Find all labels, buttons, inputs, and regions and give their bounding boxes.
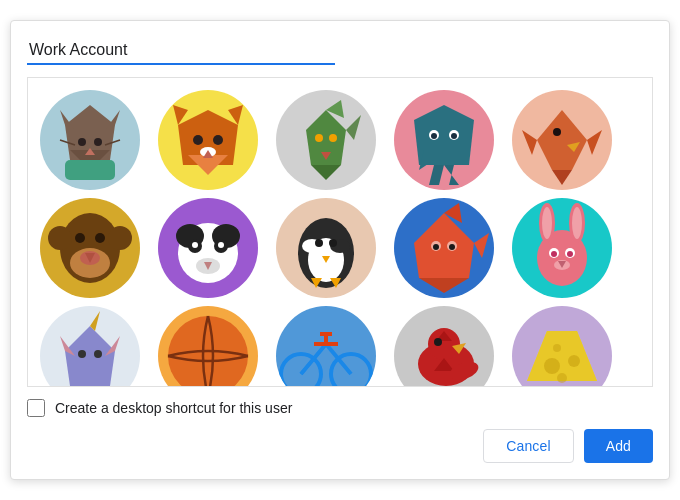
svg-marker-19 [346, 115, 361, 140]
svg-point-5 [94, 138, 102, 146]
avatar-grid [28, 78, 652, 386]
avatar-cardinal[interactable] [394, 306, 494, 386]
avatar-monkey[interactable] [40, 198, 140, 298]
avatar-basketball[interactable] [158, 306, 258, 386]
svg-point-4 [78, 138, 86, 146]
desktop-shortcut-checkbox[interactable] [27, 399, 45, 417]
svg-marker-21 [311, 165, 341, 180]
svg-point-77 [572, 207, 582, 239]
avatar-fox[interactable] [158, 90, 258, 190]
svg-marker-65 [414, 213, 474, 278]
svg-marker-84 [65, 326, 115, 386]
svg-marker-35 [522, 130, 537, 155]
svg-point-60 [315, 239, 323, 247]
svg-point-37 [553, 128, 561, 136]
svg-point-71 [433, 244, 439, 250]
desktop-shortcut-row: Create a desktop shortcut for this user [27, 399, 653, 417]
cancel-button[interactable]: Cancel [483, 429, 573, 463]
svg-marker-33 [537, 110, 587, 170]
svg-marker-27 [444, 165, 459, 185]
svg-marker-67 [474, 233, 489, 258]
svg-point-110 [568, 355, 580, 367]
username-input[interactable] [27, 37, 335, 65]
svg-point-31 [451, 133, 457, 139]
svg-point-41 [48, 226, 72, 250]
avatar-cheese[interactable] [512, 306, 612, 386]
svg-point-80 [551, 251, 557, 257]
svg-point-81 [567, 251, 573, 257]
avatar-penguin[interactable] [276, 198, 376, 298]
svg-point-61 [329, 239, 337, 247]
svg-point-109 [544, 358, 560, 374]
desktop-shortcut-label: Create a desktop shortcut for this user [55, 400, 292, 416]
svg-marker-36 [552, 170, 572, 185]
avatar-dragon[interactable] [276, 90, 376, 190]
avatar-elephant[interactable] [394, 90, 494, 190]
svg-point-30 [431, 133, 437, 139]
avatar-rabbit[interactable] [512, 198, 612, 298]
svg-point-72 [449, 244, 455, 250]
svg-point-44 [95, 233, 105, 243]
avatar-shark[interactable] [394, 198, 494, 298]
svg-point-90 [94, 350, 102, 358]
svg-point-89 [78, 350, 86, 358]
avatar-unicorn[interactable] [40, 306, 140, 386]
avatar-panda[interactable] [158, 198, 258, 298]
add-button[interactable]: Add [584, 429, 653, 463]
avatar-scroll-area [27, 77, 653, 387]
svg-rect-9 [65, 160, 115, 180]
svg-point-52 [192, 242, 198, 248]
svg-point-22 [315, 134, 323, 142]
svg-point-112 [553, 344, 561, 352]
svg-point-53 [218, 242, 224, 248]
svg-point-15 [213, 135, 223, 145]
svg-marker-26 [429, 165, 444, 185]
avatar-bike[interactable] [276, 306, 376, 386]
dialog-buttons: Cancel Add [27, 429, 653, 463]
svg-point-76 [542, 207, 552, 239]
avatar-bird-orange[interactable] [512, 90, 612, 190]
svg-point-14 [193, 135, 203, 145]
avatar-cat[interactable] [40, 90, 140, 190]
svg-point-104 [434, 338, 442, 346]
svg-marker-68 [419, 278, 469, 293]
svg-point-43 [75, 233, 85, 243]
svg-marker-34 [587, 130, 602, 155]
svg-point-111 [557, 373, 567, 383]
svg-point-23 [329, 134, 337, 142]
svg-point-42 [108, 226, 132, 250]
add-user-dialog: Create a desktop shortcut for this user … [10, 20, 670, 480]
